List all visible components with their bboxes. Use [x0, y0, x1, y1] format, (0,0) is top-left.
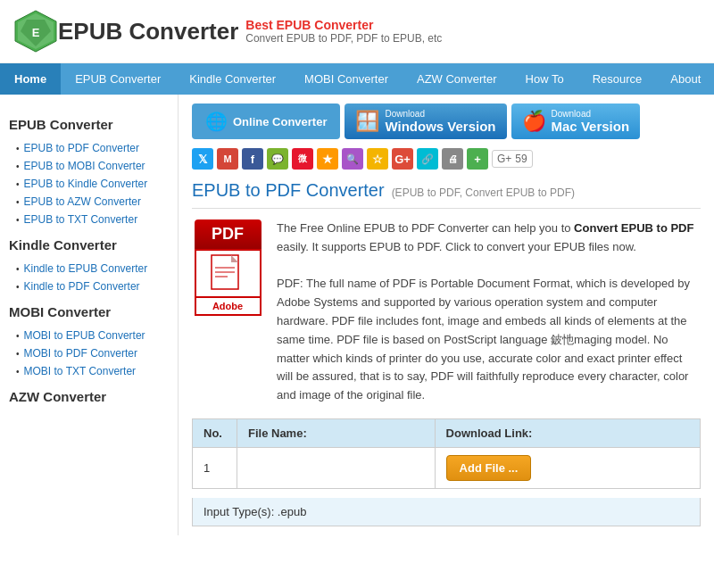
sidebar-section-azw: AZW Converter [9, 389, 169, 404]
file-name-cell [237, 447, 436, 488]
logo-icon: E [13, 9, 58, 54]
col-no: No. [193, 418, 237, 447]
online-converter-button[interactable]: 🌐 Online Converter [192, 104, 340, 139]
add-social-icon[interactable]: + [467, 148, 488, 170]
input-type-label: Input Type(s): .epub [203, 505, 306, 518]
bookmark-icon[interactable]: ★ [317, 148, 338, 170]
windows-btn-label-small: Download [385, 109, 495, 119]
sidebar-item-mobi-pdf[interactable]: MOBI to PDF Converter [9, 344, 169, 362]
main-content: 🌐 Online Converter 🪟 Download Windows Ve… [178, 95, 714, 535]
gplus-count-box[interactable]: G+ 59 [492, 150, 533, 168]
download-mac-button[interactable]: 🍎 Download Mac Version [511, 104, 641, 139]
main-nav: Home EPUB Converter Kindle Converter MOB… [0, 63, 714, 95]
pdf-badge: PDF [195, 219, 262, 249]
pdf-doc-icon [195, 249, 262, 298]
content-body: PDF Adobe The Free Online EPUB to PDF Co… [192, 219, 701, 405]
pdf-description: PDF: The full name of PDF is Portable Do… [277, 275, 701, 405]
sidebar-section-kindle: Kindle Converter [9, 237, 169, 253]
description-text: The Free Online EPUB to PDF Converter ca… [277, 219, 701, 405]
wechat-icon[interactable]: 💬 [267, 148, 288, 170]
page-title: EPUB to PDF Converter [192, 180, 385, 201]
windows-icon: 🪟 [355, 110, 379, 133]
gplus-label: G+ [497, 153, 511, 165]
tagline-sub: Convert EPUB to PDF, PDF to EPUB, etc [245, 32, 442, 45]
sidebar-item-epub-pdf[interactable]: EPUB to PDF Converter [9, 139, 169, 157]
windows-btn-label-big: Windows Version [385, 119, 495, 134]
mac-icon: 🍎 [522, 110, 546, 133]
twitter-icon[interactable]: 𝕏 [192, 148, 213, 170]
tagline-main: Best EPUB Converter [245, 18, 442, 32]
globe-icon: 🌐 [205, 111, 228, 132]
online-converter-label: Online Converter [233, 115, 327, 128]
header-tagline: Best EPUB Converter Convert EPUB to PDF,… [245, 18, 442, 45]
nav-epub-converter[interactable]: EPUB Converter [61, 63, 175, 95]
header: E EPUB Converter Best EPUB Converter Con… [0, 0, 714, 63]
sidebar-item-epub-azw[interactable]: EPUB to AZW Converter [9, 193, 169, 211]
nav-how-to[interactable]: How To [511, 63, 578, 95]
add-file-button[interactable]: Add File ... [446, 455, 532, 481]
facebook-icon[interactable]: f [242, 148, 263, 170]
nav-azw-converter[interactable]: AZW Converter [403, 63, 511, 95]
content-area: EPUB Converter EPUB to PDF Converter EPU… [0, 95, 714, 535]
sidebar-item-kindle-pdf[interactable]: Kindle to PDF Converter [9, 277, 169, 295]
sidebar: EPUB Converter EPUB to PDF Converter EPU… [0, 95, 178, 535]
pdf-icon-graphic: PDF Adobe [192, 219, 263, 405]
sidebar-section-mobi: MOBI Converter [9, 304, 169, 319]
nav-mobi-converter[interactable]: MOBI Converter [290, 63, 403, 95]
sidebar-item-epub-txt[interactable]: EPUB to TXT Converter [9, 211, 169, 228]
search-social-icon[interactable]: 🔍 [342, 148, 363, 170]
download-link-cell: Add File ... [435, 447, 700, 488]
table-row: 1 Add File ... [193, 447, 701, 488]
social-icons-row: 𝕏 M f 💬 微 ★ 🔍 ☆ G+ 🔗 🖨 + G+ 59 [192, 148, 701, 170]
gplus-count: 59 [515, 153, 527, 165]
page-title-row: EPUB to PDF Converter (EPUB to PDF, Conv… [192, 180, 701, 209]
pdf-page-icon [210, 253, 245, 294]
weibo-icon[interactable]: 微 [292, 148, 313, 170]
sidebar-section-epub: EPUB Converter [9, 117, 169, 132]
nav-about[interactable]: About [656, 63, 714, 95]
favorite-icon[interactable]: ☆ [367, 148, 388, 170]
nav-home[interactable]: Home [0, 63, 61, 95]
share-icon[interactable]: 🔗 [417, 148, 438, 170]
sidebar-item-epub-kindle[interactable]: EPUB to Kindle Converter [9, 175, 169, 193]
sidebar-item-mobi-epub[interactable]: MOBI to EPUB Converter [9, 327, 169, 344]
site-title: EPUB Converter [58, 18, 238, 46]
page-subtitle: (EPUB to PDF, Convert EPUB to PDF) [392, 186, 575, 199]
google-plus-icon[interactable]: G+ [392, 148, 413, 170]
nav-resource[interactable]: Resource [578, 63, 657, 95]
top-buttons: 🌐 Online Converter 🪟 Download Windows Ve… [192, 104, 701, 139]
sidebar-item-mobi-txt[interactable]: MOBI to TXT Converter [9, 362, 169, 380]
file-table: No. File Name: Download Link: 1 Add File… [192, 418, 701, 489]
nav-kindle-converter[interactable]: Kindle Converter [175, 63, 290, 95]
input-type-row: Input Type(s): .epub [192, 498, 701, 526]
adobe-label: Adobe [195, 298, 262, 316]
col-filename: File Name: [237, 418, 436, 447]
download-windows-button[interactable]: 🪟 Download Windows Version [345, 104, 506, 139]
mac-btn-label-small: Download [552, 109, 630, 119]
col-download: Download Link: [435, 418, 700, 447]
sidebar-item-epub-mobi[interactable]: EPUB to MOBI Converter [9, 157, 169, 175]
print-icon[interactable]: 🖨 [442, 148, 463, 170]
row-number: 1 [193, 447, 237, 488]
mac-btn-label-big: Mac Version [552, 119, 630, 134]
sidebar-item-kindle-epub[interactable]: Kindle to EPUB Converter [9, 260, 169, 277]
svg-text:E: E [32, 26, 40, 39]
convert-bold: Convert EPUB to PDF [574, 221, 693, 235]
gmail-icon[interactable]: M [217, 148, 238, 170]
